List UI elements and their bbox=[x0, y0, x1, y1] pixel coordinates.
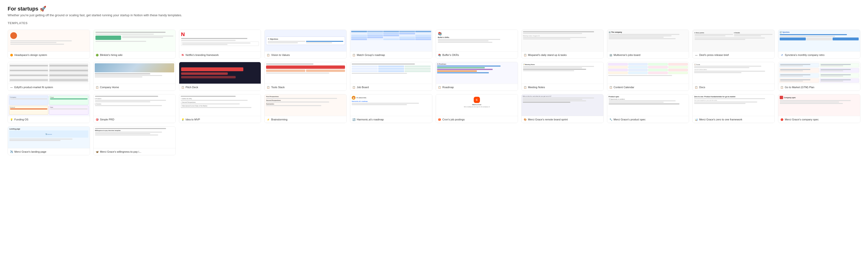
card-name-blinkist-hiring-wiki: Blinkist's hiring wiki bbox=[100, 54, 123, 57]
card-name-tools-stack: Tools Stack bbox=[271, 86, 284, 89]
template-card-roadmap[interactable]: At Roadmap+ 📋Roadmap bbox=[436, 62, 518, 91]
template-card-brainstorming[interactable]: First Perspectives: Second Perspectives:… bbox=[265, 94, 347, 123]
card-footer-brainstorming: ⚡Brainstorming bbox=[265, 116, 346, 123]
template-card-blinkist-hiring-wiki[interactable]: 🟢Blinkist's hiring wiki bbox=[93, 30, 176, 59]
card-footer-synctera-retro: ↺Synctera's monthly company retro bbox=[778, 51, 860, 58]
template-card-match-roadmap[interactable]: 📋Match Group's roadmap bbox=[350, 30, 432, 59]
card-name-harmonic-roadmap: Harmonic.ai's roadmap bbox=[357, 118, 384, 121]
template-card-simple-prd[interactable]: ▸ Problem ▸ Solution 🎯Simple PRD bbox=[93, 94, 176, 123]
card-icon-merci-product-spec: 🔧 bbox=[609, 118, 613, 121]
template-card-content-calendar[interactable]: 📋Content Calendar bbox=[607, 62, 689, 91]
card-footer-idea-to-mvp: 💡Idea to MVP bbox=[179, 116, 261, 123]
template-card-merci-brand-sprint[interactable]: Who is this for, and what do you get out… bbox=[521, 94, 603, 123]
card-icon-merci-brand-sprint: 🎨 bbox=[524, 118, 527, 121]
card-footer-funding-os: 💡Funding OS bbox=[8, 116, 90, 123]
card-name-brainstorming: Brainstorming bbox=[271, 118, 287, 121]
template-card-deel-press[interactable]: ▸ Story points ▸ Details —Deel's press r… bbox=[692, 30, 775, 59]
template-card-headspace-design-system[interactable]: 🟠Headspace's design system bbox=[8, 30, 90, 59]
card-icon-netflix-branding: N bbox=[181, 53, 184, 57]
card-name-buffer-okrs: Buffer's OKRs bbox=[442, 54, 459, 57]
card-footer-roadmap: 📋Roadmap bbox=[436, 83, 518, 91]
template-card-edlyft-pmf[interactable]: —Edlyft's product-market fit system bbox=[8, 62, 90, 91]
template-card-merci-landing[interactable]: Landing page ✈️ banner ✈️Merci Grace's l… bbox=[8, 126, 90, 155]
template-card-company-home[interactable]: 📋Company Home bbox=[93, 62, 176, 91]
template-card-merci-product-spec[interactable]: Product spec ✦ Opportunity or problem 🔧M… bbox=[607, 94, 689, 123]
card-footer-gtm-plan: 📋Go to Market (GTM) Plan bbox=[778, 83, 860, 91]
template-card-job-board[interactable]: 📋Job Board bbox=[350, 62, 432, 91]
card-icon-edlyft-pmf: — bbox=[10, 85, 13, 89]
card-footer-harmonic-roadmap: 🔄Harmonic.ai's roadmap bbox=[350, 116, 432, 123]
card-icon-synctera-retro: ↺ bbox=[780, 53, 783, 57]
page-subtitle: Whether you're just getting off the grou… bbox=[8, 13, 860, 17]
card-icon-gtm-plan: 📋 bbox=[780, 85, 783, 89]
card-name-merci-brand-sprint: Merci Grace's remote brand sprint bbox=[528, 118, 568, 121]
card-footer-job-board: 📋Job Board bbox=[350, 83, 432, 91]
card-footer-docs: 📋Docs bbox=[693, 83, 774, 91]
template-card-buffer-okrs[interactable]: 📚 Buffer's OKRs 📚Buffer's OKRs bbox=[436, 30, 518, 59]
template-card-mixpanel-standup[interactable]: Meeting notes • August 13 📋Mixpanel's da… bbox=[521, 30, 603, 59]
template-card-netflix-branding[interactable]: N NNetflix's branding framework bbox=[179, 30, 261, 59]
card-name-edlyft-pmf: Edlyft's product-market fit system bbox=[14, 86, 53, 89]
card-name-multiverse-jobs: Multiverse's jobs board bbox=[614, 54, 641, 57]
card-name-merci-landing: Merci Grace's landing page bbox=[14, 150, 46, 153]
template-card-cron-jobs[interactable]: C Work at Cron We're building the time l… bbox=[436, 94, 518, 123]
template-card-tools-stack[interactable]: 📋Tools Stack bbox=[265, 62, 347, 91]
card-footer-content-calendar: 📋Content Calendar bbox=[607, 83, 689, 91]
card-icon-headspace-design-system: 🟠 bbox=[10, 53, 13, 57]
card-name-pitch-deck: Pitch Deck bbox=[186, 86, 198, 89]
card-footer-headspace-design-system: 🟠Headspace's design system bbox=[8, 51, 90, 58]
card-icon-simple-prd: 🎯 bbox=[95, 118, 99, 121]
card-icon-blinkist-hiring-wiki: 🟢 bbox=[95, 53, 99, 57]
card-footer-merci-zero-one: 📊Merci Grace's zero to one framework bbox=[693, 116, 774, 123]
card-name-simple-prd: Simple PRD bbox=[100, 118, 114, 121]
card-name-merci-zero-one: Merci Grace's zero to one framework bbox=[699, 118, 742, 121]
template-card-merci-interview[interactable]: Willingness-to-pay interview template 🦋M… bbox=[93, 126, 176, 155]
card-icon-funding-os: 💡 bbox=[10, 118, 13, 121]
template-card-gtm-plan[interactable]: 📋Go to Market (GTM) Plan bbox=[778, 62, 860, 91]
card-icon-harmonic-roadmap: 🔄 bbox=[352, 118, 355, 121]
card-name-roadmap: Roadmap bbox=[442, 86, 454, 89]
card-icon-meeting-notes: 📋 bbox=[524, 85, 527, 89]
card-name-netflix-branding: Netflix's branding framework bbox=[186, 54, 219, 57]
card-footer-company-home: 📋Company Home bbox=[94, 83, 175, 91]
card-icon-content-calendar: 📋 bbox=[609, 85, 613, 89]
card-name-job-board: Job Board bbox=[357, 86, 369, 89]
template-card-funding-os[interactable]: Company Stage Amount Date 💡Funding OS bbox=[8, 94, 90, 123]
card-name-content-calendar: Content Calendar bbox=[614, 86, 634, 89]
card-footer-blinkist-hiring-wiki: 🟢Blinkist's hiring wiki bbox=[94, 51, 175, 58]
card-name-meeting-notes: Meeting Notes bbox=[528, 86, 545, 89]
card-name-mixpanel-standup: Mixpanel's daily stand up & tasks bbox=[528, 54, 567, 57]
card-name-idea-to-mvp: Idea to MVP bbox=[186, 118, 200, 121]
card-icon-merci-landing: ✈️ bbox=[10, 150, 13, 153]
card-icon-idea-to-mvp: 💡 bbox=[181, 118, 184, 121]
template-card-merci-zero-one[interactable]: Zero to one: Product fundamentals for go… bbox=[692, 94, 775, 123]
template-card-vision-to-values[interactable]: ✦ Objectives 📋Vision to Values bbox=[265, 30, 347, 59]
card-icon-merci-interview: 🦋 bbox=[95, 150, 99, 153]
template-card-idea-to-mvp[interactable]: ✓ Define the Why ✓ Second Perspectives ✓… bbox=[179, 94, 261, 123]
template-card-pitch-deck[interactable]: 📋Pitch Deck bbox=[179, 62, 261, 91]
card-footer-merci-product-spec: 🔧Merci Grace's product spec bbox=[607, 116, 689, 123]
section-label: Templates bbox=[8, 21, 860, 25]
card-icon-docs: 📋 bbox=[694, 85, 698, 89]
card-name-match-roadmap: Match Group's roadmap bbox=[357, 54, 385, 57]
template-card-docs[interactable]: 📋 To do Launch deliverables 📋Docs bbox=[692, 62, 775, 91]
template-card-merci-company-spec[interactable]: Company spec 🔴Merci Grace's company spec bbox=[778, 94, 860, 123]
card-icon-deel-press: — bbox=[694, 53, 698, 57]
template-card-meeting-notes[interactable]: 📝 Meeting Notes 📋Meeting Notes bbox=[521, 62, 603, 91]
card-footer-vision-to-values: 📋Vision to Values bbox=[265, 51, 346, 58]
card-name-docs: Docs bbox=[699, 86, 705, 89]
card-footer-simple-prd: 🎯Simple PRD bbox=[94, 116, 175, 123]
card-name-cron-jobs: Cron's job postings bbox=[442, 118, 465, 121]
card-footer-multiverse-jobs: 🏢Multiverse's jobs board bbox=[607, 51, 689, 58]
template-card-multiverse-jobs[interactable]: 🏢 The company 🏢Multiverse's jobs board bbox=[607, 30, 689, 59]
template-card-harmonic-roadmap[interactable]: ⏰ It's about time. Harmonic.ai's roadmap… bbox=[350, 94, 432, 123]
card-name-gtm-plan: Go to Market (GTM) Plan bbox=[785, 86, 814, 89]
card-icon-vision-to-values: 📋 bbox=[267, 53, 270, 57]
template-card-synctera-retro[interactable]: 🔄 Synctera ↺Synctera's monthly company r… bbox=[778, 30, 860, 59]
card-name-vision-to-values: Vision to Values bbox=[271, 54, 290, 57]
card-icon-pitch-deck: 📋 bbox=[181, 85, 184, 89]
card-footer-edlyft-pmf: —Edlyft's product-market fit system bbox=[8, 83, 90, 91]
card-icon-multiverse-jobs: 🏢 bbox=[609, 53, 613, 57]
card-footer-deel-press: —Deel's press release brief bbox=[693, 51, 774, 58]
card-icon-match-roadmap: 📋 bbox=[352, 53, 355, 57]
